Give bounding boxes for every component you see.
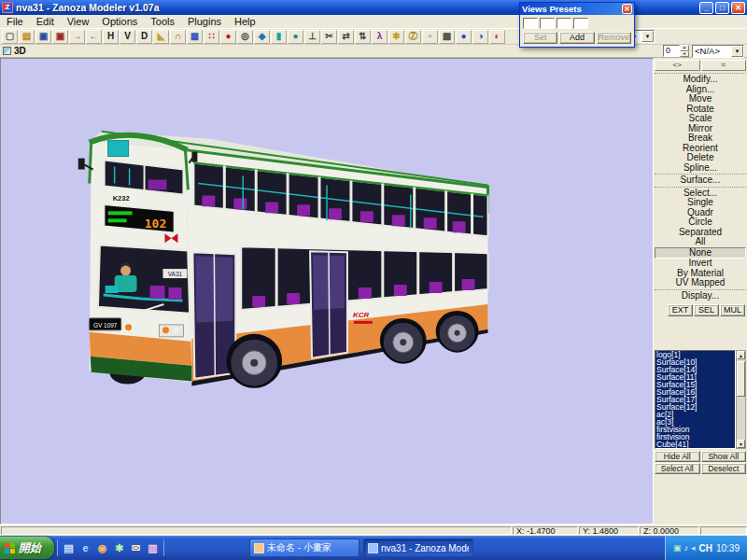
open-folder-button[interactable]: ▤ [19,30,35,44]
material-sphere-button[interactable]: ◐ [489,30,505,44]
export-button[interactable]: ← [86,30,102,44]
show-all-button[interactable]: Show All [701,451,747,462]
command-display[interactable]: Display... [655,289,746,301]
magnet-button[interactable]: ∩ [170,30,186,44]
command-move[interactable]: Move [655,94,746,105]
grid-snap-button[interactable]: ▦ [187,30,203,44]
mode-ext-button[interactable]: EXT [668,304,693,316]
object-list[interactable]: logo[1]Surface[10]Surface[14]Surface[11]… [655,350,736,449]
marquee-button[interactable]: ▫ [422,30,438,44]
mirror-vertical-button[interactable]: ⇅ [355,30,371,44]
language-more-icon[interactable]: ◂ [691,543,696,553]
taskbar-window[interactable]: nva31 - Zanoza Model... [363,539,473,557]
viewport-3d[interactable]: KCR [0,58,654,525]
save-all-button[interactable]: ▣ [52,30,68,44]
command-spline[interactable]: Spline... [655,163,746,174]
point-snap-button[interactable]: ∷ [204,30,219,44]
preset-slot[interactable] [540,18,555,29]
new-file-button[interactable]: ▢ [2,30,18,44]
paint-icon[interactable]: ▥ [145,540,161,556]
command-scale[interactable]: Scale [655,114,746,124]
command-break[interactable]: Break [655,133,746,144]
add-button[interactable]: Add [559,32,594,44]
scroll-up-icon[interactable]: ▲ [737,351,745,359]
close-button[interactable]: ✕ [731,2,745,14]
sphere-primitive-button[interactable]: ● [288,30,303,44]
preset-slot[interactable] [523,18,538,29]
command-invert[interactable]: Invert [655,259,746,269]
command-delete[interactable]: Delete [655,153,746,163]
remove-button[interactable]: Remove [597,32,631,44]
command-modify[interactable]: Modify... [655,73,746,85]
preset-slot[interactable] [573,18,588,29]
detach-mode-button[interactable]: D [136,30,152,44]
msn-icon[interactable]: ✱ [111,540,127,556]
menu-tools[interactable]: Tools [144,15,181,28]
command-uv-mapped[interactable]: UV Mapped [655,278,746,288]
menu-file[interactable]: File [0,15,30,28]
blue-sphere-button[interactable]: ● [456,30,472,44]
mirror-horizontal-button[interactable]: ⇄ [338,30,354,44]
z-buffer-button[interactable]: Ⓩ [405,30,421,44]
language-indicator[interactable]: CH [699,543,712,553]
save-button[interactable]: ▣ [35,30,51,44]
scroll-thumb[interactable] [737,361,745,397]
scroll-down-icon[interactable]: ▼ [737,440,745,448]
chevron-down-icon[interactable]: ▼ [641,31,654,42]
shaded-sphere-button[interactable]: ◑ [472,30,488,44]
object-item[interactable]: Cube[41] [655,441,735,448]
start-button[interactable]: 開始 [0,537,54,559]
minimize-button[interactable]: _ [699,2,713,14]
command-single[interactable]: Single [655,198,746,208]
preset-slot[interactable] [557,18,571,29]
object-list-scrollbar[interactable]: ▲ ▼ [736,350,746,449]
scissors-button[interactable]: ✂ [321,30,337,44]
cylinder-primitive-button[interactable]: ▮ [271,30,287,44]
media-player-icon[interactable]: ◉ [94,540,110,556]
internet-explorer-icon[interactable]: e [78,540,93,556]
taskbar-window[interactable]: 未命名 - 小畫家 [249,539,359,557]
mode-sel-button[interactable]: SEL [694,304,719,316]
menu-plugins[interactable]: Plugins [181,15,228,28]
maximize-button[interactable]: □ [715,2,729,14]
panel-wave-button[interactable]: ≈ [701,60,747,71]
hidden-mode-button[interactable]: H [103,30,119,44]
scroll-track[interactable] [737,359,745,440]
select-all-button[interactable]: Select All [655,463,700,474]
spinner-down-icon[interactable]: ▼ [680,51,689,58]
hide-all-button[interactable]: Hide All [655,451,700,462]
index-spinner[interactable]: 0 ▲ ▼ [663,45,689,57]
menu-help[interactable]: Help [228,15,262,28]
import-button[interactable]: → [69,30,85,44]
manikin-button[interactable]: λ [372,30,388,44]
deselect-button[interactable]: Deselect [701,463,747,474]
red-marker-button[interactable]: ● [220,30,236,44]
bus-model[interactable]: KCR [78,132,488,388]
vertex-mode-button[interactable]: V [120,30,135,44]
menu-options[interactable]: Options [95,15,144,28]
panel-back-button[interactable]: <> [655,60,700,71]
menu-view[interactable]: View [61,15,96,28]
axis-lock-button[interactable]: ◆ [254,30,270,44]
command-surface[interactable]: Surface... [655,174,746,186]
set-button[interactable]: Set [523,32,557,44]
dialog-title-bar[interactable]: Views Presets ✕ [520,3,634,15]
star-button[interactable]: ✱ [388,30,404,44]
object-combo[interactable]: <N/A> ▼ [692,45,744,58]
show-desktop-icon[interactable]: ▤ [61,540,77,556]
command-all[interactable]: All [655,237,746,247]
command-circle[interactable]: Circle [655,217,746,228]
chevron-down-icon[interactable]: ▼ [731,46,743,57]
mode-mul-button[interactable]: MUL [720,304,745,316]
uv-checker-button[interactable]: ▩ [439,30,455,44]
snap-ruler-button[interactable]: ◣ [153,30,169,44]
viewport-label[interactable]: 3D [3,46,26,56]
menu-edit[interactable]: Edit [30,15,61,28]
graphics-tray-icon[interactable]: ▣ [673,543,682,553]
axes-button[interactable]: ⊥ [304,30,320,44]
volume-icon[interactable]: ♪ [684,543,688,553]
dialog-close-icon[interactable]: ✕ [622,4,632,14]
mail-icon[interactable]: ✉ [128,540,144,556]
taskbar-clock[interactable]: 10:39 [716,543,740,553]
zoom-button[interactable]: ◎ [237,30,253,44]
